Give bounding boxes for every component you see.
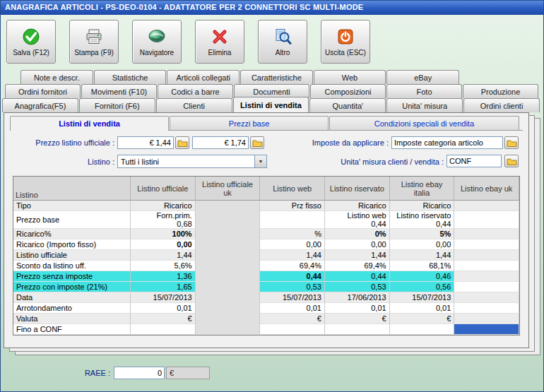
column-header[interactable]: Listino ufficiale uk (196, 177, 261, 201)
table-cell[interactable]: 0,01 (131, 303, 196, 314)
chevron-down-icon[interactable]: ▼ (254, 155, 266, 167)
table-cell[interactable] (196, 229, 261, 239)
table-cell[interactable]: 1,44 (131, 250, 196, 261)
imposte-input[interactable]: Imposte categoria articolo (391, 136, 503, 149)
table-cell[interactable] (454, 303, 519, 314)
table-cell[interactable] (131, 324, 196, 335)
prezzo-listino-input-1[interactable]: € 1,44 (117, 136, 174, 149)
column-header[interactable]: Listino riservato (325, 177, 390, 201)
column-header[interactable]: Listino web (260, 177, 325, 201)
table-cell[interactable] (260, 324, 325, 335)
tab-produzione[interactable]: Produzione (463, 84, 538, 98)
altro-button[interactable]: Altro (258, 20, 307, 64)
tab-unita-misura[interactable]: Unita' misura (386, 98, 463, 112)
tab-ordini-fornitori[interactable]: Ordini fornitori (5, 84, 81, 98)
table-cell[interactable]: 15/07/2013 (131, 292, 196, 303)
listino-dropdown[interactable]: Tutti i listini ▼ (117, 155, 267, 168)
table-cell[interactable]: 0,01 (260, 303, 325, 314)
table-cell[interactable]: 68,1% (390, 261, 455, 271)
unita-misura-lookup-button[interactable] (504, 155, 519, 167)
tab-movimenti[interactable]: Movimenti (F10) (81, 84, 157, 98)
table-cell[interactable]: Listino riservato 0,44 (390, 211, 455, 229)
column-header[interactable]: Listino ebay uk (454, 177, 519, 201)
table-cell[interactable]: 15/07/2013 (260, 292, 325, 303)
tab-foto[interactable]: Foto (386, 84, 462, 98)
table-cell[interactable] (196, 201, 261, 211)
table-cell[interactable] (454, 271, 519, 282)
innertab-condizioni-speciali[interactable]: Condizioni speciali di vendita (329, 116, 519, 130)
table-cell[interactable] (196, 271, 261, 282)
table-cell[interactable] (454, 201, 519, 211)
table-cell[interactable] (454, 324, 519, 335)
table-cell[interactable]: 5,6% (131, 261, 196, 271)
table-cell[interactable] (454, 261, 519, 271)
table-cell[interactable]: 5% (390, 229, 455, 239)
salva-button[interactable]: Salva (F12) (6, 20, 56, 64)
tab-clienti[interactable]: Clienti (156, 98, 232, 112)
table-cell[interactable] (196, 250, 261, 261)
table-cell[interactable]: 0,44 (260, 271, 325, 282)
tab-web[interactable]: Web (314, 70, 386, 84)
prezzo-listino-input-2[interactable]: € 1,74 (192, 136, 249, 149)
table-cell[interactable] (196, 292, 261, 303)
table-cell[interactable]: 1,44 (325, 250, 390, 261)
table-cell[interactable] (454, 250, 519, 261)
innertab-prezzi-base[interactable]: Prezzi base (170, 116, 329, 130)
tab-statistiche[interactable]: Statistiche (94, 70, 167, 84)
tab-ordini-clienti[interactable]: Ordini clienti (463, 98, 540, 112)
table-cell[interactable] (454, 292, 519, 303)
table-cell[interactable]: 0,00 (131, 239, 196, 250)
table-cell[interactable]: 0,00 (325, 239, 390, 250)
table-cell[interactable]: 1,65 (131, 282, 196, 292)
table-cell[interactable]: Prz fisso (260, 201, 325, 211)
table-cell[interactable] (454, 229, 519, 239)
table-cell[interactable]: Ricarico (131, 201, 196, 211)
column-header[interactable]: Listino ufficiale (131, 177, 196, 201)
table-cell[interactable]: 1,44 (260, 250, 325, 261)
table-cell[interactable]: 15/07/2013 (390, 292, 455, 303)
table-cell[interactable]: € (131, 314, 196, 324)
table-cell[interactable] (260, 211, 325, 229)
table-cell[interactable]: € (325, 314, 390, 324)
tab-articoli-collegati[interactable]: Articoli collegati (167, 70, 240, 84)
column-header[interactable]: Listino ebay italia (390, 177, 455, 201)
table-cell[interactable] (196, 314, 261, 324)
table-cell[interactable] (454, 282, 519, 292)
table-cell[interactable]: 17/06/2013 (325, 292, 390, 303)
table-cell[interactable] (454, 239, 519, 250)
tab-anagrafica[interactable]: Anagrafica(F5) (2, 98, 78, 112)
table-cell[interactable]: 0,00 (260, 239, 325, 250)
table-cell[interactable]: 69,4% (325, 261, 390, 271)
table-cell[interactable] (196, 239, 261, 250)
tab-ebay[interactable]: eBay (386, 70, 459, 84)
tab-listini-di-vendita[interactable]: Listini di vendita (233, 97, 309, 112)
table-cell[interactable] (390, 324, 455, 335)
table-cell[interactable] (196, 324, 261, 335)
table-cell[interactable]: 0,53 (260, 282, 325, 292)
table-cell[interactable]: € (260, 314, 325, 324)
table-cell[interactable] (196, 211, 261, 229)
table-cell[interactable]: 0,46 (390, 271, 455, 282)
table-cell[interactable] (196, 303, 261, 314)
title-bar[interactable]: ANAGRAFICA ARTICOLI - PS-DEO-0104 - ADAT… (1, 1, 543, 15)
table-cell[interactable]: Listino web 0,44 (325, 211, 390, 229)
table-cell[interactable]: % (260, 229, 325, 239)
table-cell[interactable]: 0,53 (325, 282, 390, 292)
table-cell[interactable] (196, 261, 261, 271)
tab-fornitori[interactable]: Fornitori (F6) (79, 98, 155, 112)
table-cell[interactable] (454, 211, 519, 229)
tab-composizioni[interactable]: Composizioni (310, 84, 386, 98)
column-header[interactable]: Listino (13, 177, 131, 201)
table-cell[interactable]: Ricarico (390, 201, 455, 211)
tab-codici-a-barre[interactable]: Codici a barre (158, 84, 233, 98)
table-cell[interactable]: 1,36 (131, 271, 196, 282)
table-cell[interactable]: 100% (131, 229, 196, 239)
elimina-button[interactable]: Elimina (195, 20, 244, 64)
stampa-button[interactable]: Stampa (F9) (69, 20, 119, 64)
uscita-button[interactable]: Uscita (ESC) (321, 20, 370, 64)
table-cell[interactable]: 0,01 (390, 303, 455, 314)
table-cell[interactable]: 0,44 (325, 271, 390, 282)
table-cell[interactable]: 0% (325, 229, 390, 239)
tab-documenti[interactable]: Documenti (234, 84, 309, 98)
table-cell[interactable]: 0,00 (390, 239, 455, 250)
